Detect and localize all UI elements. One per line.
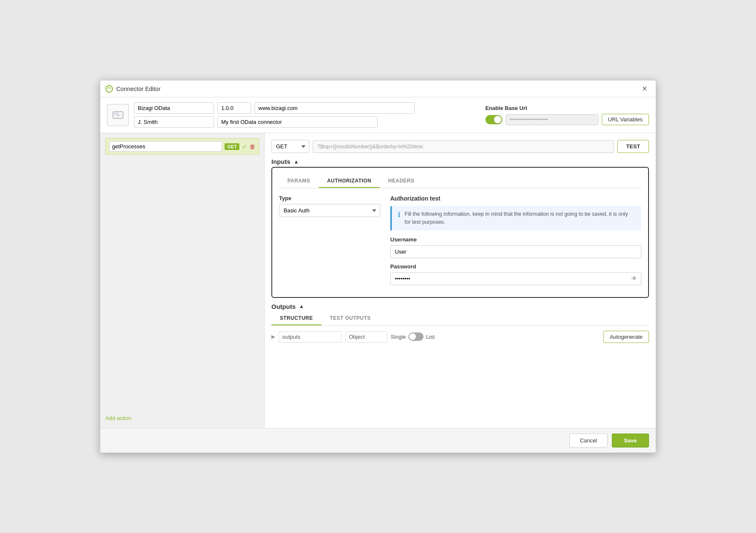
single-list-toggle: Single List xyxy=(391,332,434,341)
tab-structure[interactable]: STRUCTURE xyxy=(271,312,322,325)
connector-name-input[interactable] xyxy=(134,102,214,114)
inputs-tabs: PARAMS AUTHORIZATION HEADERS xyxy=(279,174,641,188)
info-box: ℹ Fill the following information, keep i… xyxy=(390,206,641,230)
version-input[interactable] xyxy=(217,102,251,114)
url-variables-button[interactable]: URL Variables xyxy=(602,114,649,125)
url-input[interactable] xyxy=(255,102,415,114)
auth-right: Authorization test ℹ Fill the following … xyxy=(390,195,641,290)
header-row-1 xyxy=(134,102,477,114)
svg-rect-2 xyxy=(114,112,117,115)
connector-icon xyxy=(107,104,129,126)
outputs-section: Outputs ▲ STRUCTURE TEST OUTPUTS ▶ Singl… xyxy=(271,303,649,346)
header-row-2 xyxy=(134,116,477,128)
header-fields xyxy=(134,102,477,128)
title-bar: Connector Editor ✕ xyxy=(100,80,656,97)
test-button[interactable]: TEST xyxy=(617,140,649,153)
password-label: Password xyxy=(390,263,641,270)
connector-editor-window: Connector Editor ✕ Enable Base Url xyxy=(100,80,656,453)
outputs-collapse-arrow[interactable]: ▲ xyxy=(299,303,304,309)
description-input[interactable] xyxy=(217,116,378,128)
password-field: Password 👁 xyxy=(390,263,641,285)
action-item: GET ✓ 🗑 xyxy=(105,138,259,155)
main-content: GET ✓ 🗑 Add action GET POST PUT DELETE T… xyxy=(100,133,656,428)
info-icon: ℹ xyxy=(398,211,400,219)
outputs-type-input[interactable] xyxy=(345,331,387,343)
tab-test-outputs[interactable]: TEST OUTPUTS xyxy=(322,312,379,325)
username-field: Username xyxy=(390,236,641,258)
enable-base-url-label: Enable Base Url xyxy=(485,105,649,111)
inputs-collapse-arrow[interactable]: ▲ xyxy=(294,159,299,165)
svg-point-0 xyxy=(106,86,113,92)
inputs-section-header: Inputs ▲ xyxy=(271,158,649,165)
info-text: Fill the following information, keep in … xyxy=(405,210,635,226)
tab-headers[interactable]: HEADERS xyxy=(380,174,423,188)
action-delete-icon[interactable]: 🗑 xyxy=(249,143,255,150)
auth-type-select[interactable]: Basic Auth Bearer Token No Auth xyxy=(279,204,380,217)
title-bar-left: Connector Editor xyxy=(105,85,161,93)
auth-test-label: Authorization test xyxy=(390,195,641,202)
eye-icon[interactable]: 👁 xyxy=(631,275,637,282)
url-endpoint-input[interactable] xyxy=(313,140,614,153)
inputs-tab-panel: PARAMS AUTHORIZATION HEADERS Type Basic … xyxy=(271,167,649,298)
auth-content: Type Basic Auth Bearer Token No Auth Aut… xyxy=(279,195,641,290)
username-input[interactable] xyxy=(390,245,641,258)
password-wrapper: 👁 xyxy=(390,272,641,285)
toggle-knob xyxy=(494,116,501,123)
url-bar: GET POST PUT DELETE TEST xyxy=(271,140,649,153)
action-name-input[interactable] xyxy=(109,141,222,152)
toggle-gray-knob xyxy=(409,333,416,340)
outputs-chevron-icon[interactable]: ▶ xyxy=(271,334,275,340)
outputs-label: Outputs xyxy=(271,303,296,310)
header-section: Enable Base Url URL Variables xyxy=(100,97,656,133)
outputs-name-input[interactable] xyxy=(279,331,342,343)
method-badge: GET xyxy=(225,143,239,150)
list-label: List xyxy=(426,334,434,340)
enable-base-url-toggle[interactable] xyxy=(485,115,502,124)
password-input[interactable] xyxy=(390,272,641,285)
author-input[interactable] xyxy=(134,116,214,128)
outputs-section-header: Outputs ▲ xyxy=(271,303,649,310)
enable-base-url-row: URL Variables xyxy=(485,114,649,125)
inputs-label: Inputs xyxy=(271,158,290,165)
inputs-section: Inputs ▲ PARAMS AUTHORIZATION HEADERS Ty… xyxy=(271,158,649,298)
app-icon xyxy=(105,85,113,93)
tab-params[interactable]: PARAMS xyxy=(279,174,319,188)
type-label: Type xyxy=(279,195,380,201)
save-button[interactable]: Save xyxy=(612,434,649,447)
outputs-tabs: STRUCTURE TEST OUTPUTS xyxy=(271,312,649,326)
username-label: Username xyxy=(390,236,641,243)
single-label: Single xyxy=(391,334,406,340)
right-panel: GET POST PUT DELETE TEST Inputs ▲ PARAMS xyxy=(265,133,656,428)
left-panel: GET ✓ 🗑 Add action xyxy=(100,133,265,428)
outputs-row: ▶ Single List xyxy=(271,331,600,343)
method-select[interactable]: GET POST PUT DELETE xyxy=(271,140,309,153)
tab-authorization[interactable]: AUTHORIZATION xyxy=(319,174,380,188)
autogenerate-button[interactable]: Autogenerate xyxy=(603,331,649,343)
add-action-link[interactable]: Add action xyxy=(105,413,259,423)
action-check-icon[interactable]: ✓ xyxy=(242,143,247,150)
single-list-toggle-control[interactable] xyxy=(408,332,424,341)
footer: Cancel Save xyxy=(100,428,656,453)
outputs-controls: ▶ Single List Autogenerate xyxy=(271,331,649,343)
base-url-input[interactable] xyxy=(506,114,598,125)
auth-left: Type Basic Auth Bearer Token No Auth xyxy=(279,195,380,290)
close-button[interactable]: ✕ xyxy=(638,83,651,94)
enable-base-url-section: Enable Base Url URL Variables xyxy=(485,105,649,125)
cancel-button[interactable]: Cancel xyxy=(569,434,607,447)
window-title: Connector Editor xyxy=(116,86,161,92)
